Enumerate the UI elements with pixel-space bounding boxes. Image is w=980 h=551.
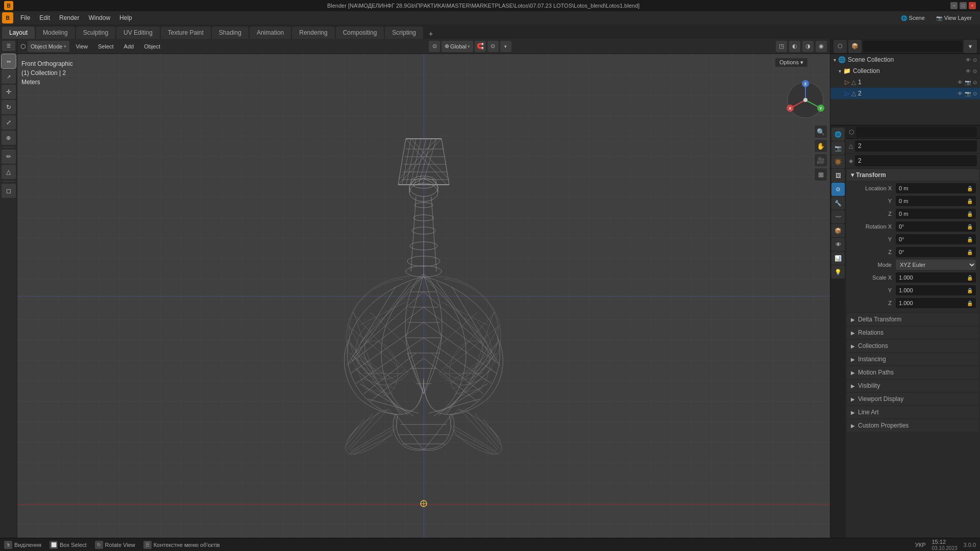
- props-tab-scene[interactable]: 🌐: [831, 128, 845, 141]
- tab-sculpting[interactable]: Sculpting: [76, 27, 115, 39]
- tool-annotate[interactable]: ✏: [2, 149, 16, 164]
- eye-icon-2[interactable]: 👁: [958, 91, 963, 96]
- outliner-search[interactable]: [863, 41, 962, 52]
- rotation-x-value[interactable]: 0° 🔒: [896, 221, 976, 232]
- proportional-opts[interactable]: ▾: [500, 41, 511, 52]
- rotation-mode-select[interactable]: XYZ Euler: [896, 260, 976, 270]
- tool-select[interactable]: ⇔: [2, 54, 16, 68]
- minimize-button[interactable]: −: [950, 2, 958, 9]
- tab-texture-paint[interactable]: Texture Paint: [161, 27, 211, 39]
- pivot-btn[interactable]: ⊙: [429, 41, 440, 52]
- grid-icon[interactable]: ⊞: [815, 168, 827, 181]
- props-tab-particles[interactable]: 〰: [831, 210, 845, 223]
- rotation-y-value[interactable]: 0° 🔒: [896, 234, 976, 244]
- view-menu[interactable]: View: [71, 41, 92, 52]
- motion-paths-section[interactable]: ▶ Motion Paths: [847, 366, 979, 379]
- viewlayer-selector[interactable]: 📷 View Layer: [930, 15, 978, 21]
- viewport-shading-solid[interactable]: ◐: [789, 41, 800, 52]
- menu-file[interactable]: File: [16, 12, 34, 23]
- tab-shading[interactable]: Shading: [212, 27, 249, 39]
- props-tab-output[interactable]: 🔆: [831, 155, 845, 168]
- outliner-filter-btn[interactable]: ▼: [964, 40, 977, 53]
- viewport-shading-render[interactable]: ◉: [816, 41, 827, 52]
- object-name-input[interactable]: [855, 140, 977, 152]
- snap-btn[interactable]: 🧲: [475, 41, 486, 52]
- tool-transform[interactable]: ⊕: [2, 131, 16, 145]
- zoom-icon[interactable]: 🔍: [815, 126, 827, 138]
- viewport-shading-wire[interactable]: ◳: [776, 41, 787, 52]
- custom-properties-section[interactable]: ▶ Custom Properties: [847, 419, 979, 432]
- tab-uv-editing[interactable]: UV Editing: [116, 27, 160, 39]
- eye-icon-1[interactable]: 👁: [958, 80, 963, 85]
- location-y-value[interactable]: 0 m 🔒: [896, 196, 976, 206]
- visibility-section[interactable]: ▶ Visibility: [847, 380, 979, 392]
- lock-x-icon[interactable]: 🔒: [967, 186, 973, 191]
- outliner-item-2[interactable]: ▷ △ 2 👁 📷 ⊙: [830, 88, 980, 99]
- lock-sx-icon[interactable]: 🔒: [967, 275, 973, 281]
- scene-selector[interactable]: 🌐 Scene: [897, 15, 929, 21]
- props-tab-constraints[interactable]: 👁: [831, 238, 845, 251]
- tab-add[interactable]: +: [425, 29, 436, 39]
- menu-render[interactable]: Render: [55, 12, 83, 23]
- relations-section[interactable]: ▶ Relations: [847, 327, 979, 339]
- outliner-icon-2[interactable]: 📦: [848, 40, 862, 53]
- collection-row[interactable]: ▾ 📁 Collection 👁 ⊙: [830, 65, 980, 77]
- cam-icon-2[interactable]: 📷: [965, 91, 971, 96]
- sel-icon-2[interactable]: ⊙: [973, 91, 977, 96]
- cam-icon-1[interactable]: 📷: [965, 80, 971, 85]
- select-icon-scene[interactable]: ⊙: [973, 57, 977, 63]
- tool-cursor[interactable]: ↗: [2, 69, 16, 84]
- instancing-section[interactable]: ▶ Instancing: [847, 353, 979, 365]
- outliner-icon-1[interactable]: ⬡: [834, 40, 847, 53]
- options-button[interactable]: Options ▾: [775, 58, 807, 67]
- select-menu[interactable]: Select: [94, 41, 118, 52]
- tool-add-cube[interactable]: ◻: [2, 184, 16, 198]
- lock-rz-icon[interactable]: 🔒: [967, 249, 973, 255]
- maximize-button[interactable]: □: [960, 2, 967, 9]
- add-menu[interactable]: Add: [120, 41, 138, 52]
- tab-rendering[interactable]: Rendering: [292, 27, 334, 39]
- tool-measure[interactable]: △: [2, 165, 16, 179]
- eye-icon-scene[interactable]: 👁: [966, 57, 971, 63]
- menu-window[interactable]: Window: [84, 12, 114, 23]
- tab-layout[interactable]: Layout: [2, 27, 35, 39]
- props-tab-object[interactable]: ⚙: [831, 183, 845, 196]
- nav-gizmo[interactable]: Z X Y: [785, 80, 826, 120]
- lock-sz-icon[interactable]: 🔒: [967, 300, 973, 306]
- scale-x-value[interactable]: 1.000 🔒: [896, 272, 976, 283]
- tool-scale[interactable]: ⤢: [2, 115, 16, 130]
- outliner-item-1[interactable]: ▷ △ 1 👁 📷 ⊙: [830, 77, 980, 88]
- props-search[interactable]: [856, 127, 977, 137]
- props-tab-view[interactable]: 🖼: [831, 169, 845, 182]
- menu-help[interactable]: Help: [115, 12, 136, 23]
- mode-select[interactable]: ☰: [2, 41, 15, 51]
- viewport-shading-mat[interactable]: ◑: [802, 41, 814, 52]
- line-art-section[interactable]: ▶ Line Art: [847, 406, 979, 418]
- close-button[interactable]: ×: [969, 2, 976, 9]
- tab-animation[interactable]: Animation: [250, 27, 291, 39]
- props-tab-material[interactable]: 💡: [831, 265, 845, 279]
- tab-compositing[interactable]: Compositing: [336, 27, 384, 39]
- object-menu[interactable]: Object: [140, 41, 164, 52]
- lock-sy-icon[interactable]: 🔒: [967, 288, 973, 293]
- location-z-value[interactable]: 0 m 🔒: [896, 209, 976, 219]
- eye-icon-col[interactable]: 👁: [966, 68, 971, 74]
- lock-z-icon[interactable]: 🔒: [967, 211, 973, 217]
- lock-rx-icon[interactable]: 🔒: [967, 224, 973, 230]
- lock-ry-icon[interactable]: 🔒: [967, 237, 973, 242]
- tab-scripting[interactable]: Scripting: [385, 27, 423, 39]
- rotation-z-value[interactable]: 0° 🔒: [896, 247, 976, 257]
- proportional-btn[interactable]: ⊙: [487, 41, 499, 52]
- mode-dropdown[interactable]: Object Mode ▾: [28, 41, 69, 52]
- transform-header[interactable]: ▾ Transform: [847, 169, 979, 181]
- pan-icon[interactable]: ✋: [815, 140, 827, 152]
- viewport-canvas[interactable]: Front Orthographic (1) Collection | 2 Me…: [17, 54, 830, 538]
- transform-orientation[interactable]: ⊕ Global ▾: [442, 41, 473, 52]
- collections-section[interactable]: ▶ Collections: [847, 340, 979, 352]
- location-x-value[interactable]: 0 m 🔒: [896, 183, 976, 193]
- tool-move[interactable]: ✛: [2, 85, 16, 99]
- delta-transform-section[interactable]: ▶ Delta Transform: [847, 313, 979, 325]
- scale-y-value[interactable]: 1.000 🔒: [896, 285, 976, 295]
- props-tab-physics[interactable]: 📦: [831, 224, 845, 237]
- sel-icon-1[interactable]: ⊙: [973, 80, 977, 85]
